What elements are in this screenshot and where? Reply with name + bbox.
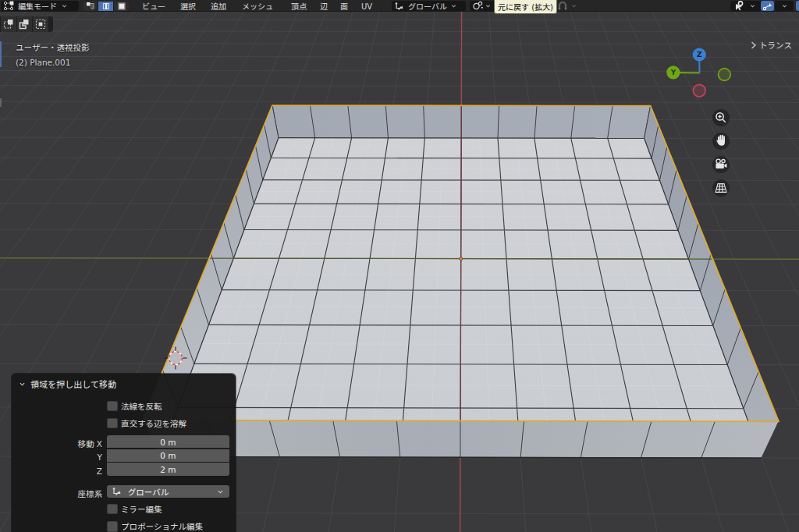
toolbar-edge-indicator[interactable] [0, 41, 2, 67]
select-intersect-icon [35, 19, 46, 30]
pan-button[interactable] [712, 133, 730, 150]
orientation-icon [112, 487, 122, 496]
move-y-label: Y [12, 451, 102, 463]
move-x-label: 移動 X [12, 438, 102, 449]
toolbar-edge-handle[interactable] [0, 98, 2, 107]
overlays-icon [762, 2, 772, 11]
orientation-icon [394, 2, 404, 11]
viewport-nav-buttons [708, 105, 735, 200]
move-x-field[interactable]: 0 m [107, 435, 229, 448]
move-y-field[interactable]: 0 m [107, 449, 229, 462]
navigation-gizmo[interactable]: Z Y [659, 39, 741, 101]
gizmo-axis-y-negative[interactable] [719, 69, 731, 81]
zoom-button[interactable] [712, 109, 730, 126]
view-perspective-label: ユーザー・透視投影 [16, 41, 90, 53]
cursor-3d [160, 342, 191, 374]
operator-panel-title: 領域を押し出して移動 [30, 378, 116, 390]
gizmo-icon [733, 1, 744, 11]
tooltip: 元に戻す (拡大) [494, 0, 557, 14]
mirror-editing-label: ミラー編集 [121, 504, 162, 515]
select-mode-extend-button[interactable] [17, 16, 33, 32]
select-mode-buttons [83, 2, 129, 12]
menu-uv[interactable]: UV [360, 0, 374, 12]
snap-magnet-icon [557, 2, 568, 11]
menu-mesh[interactable]: メッシュ [240, 0, 275, 12]
object-origin-dot [460, 257, 463, 261]
chevron-down-icon [782, 3, 787, 9]
overlays-dropdown[interactable] [775, 1, 794, 11]
xray-toggle-partial[interactable] [796, 1, 799, 11]
menu-vertex[interactable]: 頂点 [289, 0, 308, 12]
select-extend-icon [19, 19, 30, 30]
vertex-select-button[interactable] [83, 2, 98, 12]
select-mode-intersect-button[interactable] [33, 16, 48, 32]
menu-select[interactable]: 選択 [179, 0, 197, 12]
mode-selector-label: 編集モード [18, 0, 57, 12]
pivot-point-icon [472, 1, 484, 11]
chevron-down-icon [451, 3, 456, 9]
edge-select-icon [101, 2, 111, 11]
edit-mode-icon [3, 1, 14, 11]
menu-face[interactable]: 面 [339, 0, 350, 12]
chevron-right-icon [751, 41, 756, 49]
gizmo-z-label: Z [697, 49, 702, 59]
move-z-label: Z [12, 465, 102, 477]
show-overlays-toggle[interactable] [761, 1, 774, 11]
camera-view-button[interactable] [712, 156, 730, 173]
dissolve-orthogonal-label: 直交する辺を溶解 [121, 418, 186, 429]
face-select-icon [117, 2, 126, 11]
chevron-down-icon [20, 381, 25, 387]
move-z-field[interactable]: 2 m [107, 463, 229, 475]
orientation-label: グローバル [408, 0, 447, 12]
sidebar-tab-transform[interactable]: トランス [751, 39, 792, 51]
chevron-down-icon [62, 3, 67, 9]
flip-normals-checkbox[interactable] [107, 401, 118, 412]
snapping-dropdown[interactable] [557, 0, 590, 12]
operator-panel-header[interactable]: 領域を押し出して移動 [12, 378, 116, 389]
tool-settings-row [0, 16, 53, 32]
proportional-editing-label: プロポーショナル編集 [121, 521, 203, 532]
dissolve-orthogonal-checkbox[interactable] [107, 418, 118, 429]
mirror-editing-checkbox[interactable] [107, 504, 118, 515]
gizmo-axis-x-negative[interactable] [693, 84, 705, 97]
active-object-label: (2) Plane.001 [16, 56, 70, 68]
chevron-down-icon [218, 489, 223, 495]
menu-view[interactable]: ビュー [140, 0, 167, 12]
transform-orientation-dropdown[interactable]: グローバル [392, 1, 466, 11]
orientation-value: グローバル [128, 486, 169, 498]
topbar-header: 編集モード ビュー 選択 追加 メッシュ 頂点 辺 面 UV グローバル [0, 0, 799, 12]
orientation-row-label: 座標系 [12, 488, 102, 499]
chevron-down-icon [571, 3, 577, 9]
gizmo-y-label: Y [670, 67, 676, 77]
select-mode-set-button[interactable] [1, 16, 16, 32]
flip-normals-label: 法線を反転 [121, 401, 162, 412]
pivot-point-dropdown[interactable] [470, 1, 495, 11]
face-select-button[interactable] [114, 2, 129, 12]
vertex-select-icon [86, 2, 95, 11]
show-gizmo-toggle[interactable] [730, 1, 762, 11]
operator-panel-extrude: 領域を押し出して移動 法線を反転 直交する辺を溶解 移動 X 0 m Y 0 m… [12, 374, 236, 532]
perspective-toggle-button[interactable] [712, 179, 730, 197]
select-set-icon [3, 19, 14, 30]
orientation-select[interactable]: グローバル [107, 485, 229, 498]
mode-selector-dropdown[interactable]: 編集モード [1, 1, 79, 11]
proportional-editing-checkbox[interactable] [107, 521, 118, 532]
menu-add[interactable]: 追加 [209, 0, 228, 12]
chevron-down-icon [485, 3, 491, 9]
edge-select-button[interactable] [98, 2, 113, 12]
chevron-down-icon [750, 3, 755, 9]
blender-3d-viewport-app: 編集モード ビュー 選択 追加 メッシュ 頂点 辺 面 UV グローバル [0, 0, 799, 532]
menu-edge[interactable]: 辺 [318, 0, 329, 12]
